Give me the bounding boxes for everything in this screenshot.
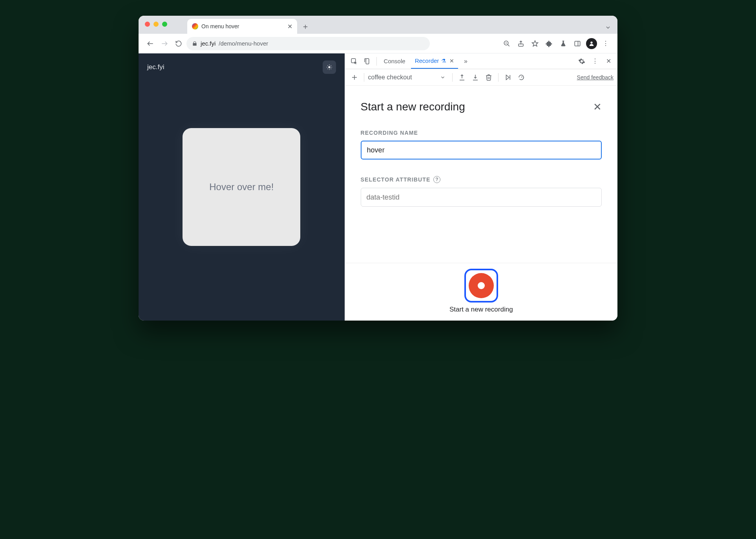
tab-close-icon[interactable]: ✕ xyxy=(287,23,292,30)
browser-window: On menu hover ✕ ＋ jec.fyi/demo/menu-hove… xyxy=(139,16,617,321)
start-recording-button[interactable] xyxy=(464,269,498,302)
url-path: /demo/menu-hover xyxy=(219,40,268,47)
select-chevron-icon[interactable] xyxy=(437,72,448,83)
selector-attribute-input[interactable] xyxy=(361,188,602,207)
forward-button[interactable] xyxy=(158,37,171,50)
reload-button[interactable] xyxy=(172,37,185,50)
record-icon xyxy=(469,273,494,298)
start-recording-label: Start a new recording xyxy=(449,306,513,314)
back-button[interactable] xyxy=(144,37,157,50)
devtools-settings-icon[interactable] xyxy=(576,55,588,67)
import-icon[interactable] xyxy=(470,72,481,83)
nav-toolbar: jec.fyi/demo/menu-hover ⋮ xyxy=(139,34,617,53)
tab-recorder[interactable]: Recorder ⚗ ✕ xyxy=(411,53,458,69)
bookmark-star-icon[interactable] xyxy=(529,37,541,50)
device-toggle-icon[interactable] xyxy=(362,55,373,67)
lock-icon xyxy=(192,41,197,46)
svg-line-3 xyxy=(508,44,509,46)
svg-point-9 xyxy=(590,41,592,43)
send-feedback-link[interactable]: Send feedback xyxy=(577,74,614,81)
recording-select[interactable]: coffee checkout xyxy=(368,72,435,82)
svg-rect-7 xyxy=(575,41,580,46)
tab-expand-button[interactable] xyxy=(605,24,611,31)
tab-strip: On menu hover ✕ ＋ xyxy=(187,16,311,34)
favicon-icon xyxy=(192,23,198,29)
labs-flask-icon[interactable] xyxy=(557,37,570,50)
delete-icon[interactable] xyxy=(483,72,494,83)
add-recording-button[interactable] xyxy=(349,72,360,83)
recorder-heading: Start a new recording xyxy=(361,101,465,113)
svg-rect-20 xyxy=(366,59,369,64)
play-step-icon[interactable] xyxy=(502,72,513,83)
recorder-panel-close-icon[interactable]: ✕ xyxy=(593,101,602,113)
sidepanel-icon[interactable] xyxy=(571,37,584,50)
devtools-close-icon[interactable]: ✕ xyxy=(603,55,614,67)
browser-tab[interactable]: On menu hover ✕ xyxy=(187,19,297,34)
devtools-menu-icon[interactable]: ⋮ xyxy=(589,55,601,67)
recording-name-label: RECORDING NAME xyxy=(361,130,602,136)
webpage-pane: jec.fyi Hover over me! xyxy=(139,53,345,321)
maximize-window-button[interactable] xyxy=(162,22,167,27)
export-icon[interactable] xyxy=(457,72,467,83)
devtools-pane: Console Recorder ⚗ ✕ » ⋮ ✕ xyxy=(345,53,617,321)
toolbar-actions: ⋮ xyxy=(500,37,612,50)
svg-marker-27 xyxy=(506,75,509,80)
hover-card-text: Hover over me! xyxy=(209,182,274,192)
more-tabs-icon[interactable]: » xyxy=(460,55,471,67)
url-host: jec.fyi xyxy=(201,40,215,47)
recorder-footer: Start a new recording xyxy=(345,263,617,321)
window-controls xyxy=(145,22,167,27)
hover-card[interactable]: Hover over me! xyxy=(183,128,300,246)
browser-menu-icon[interactable]: ⋮ xyxy=(599,37,612,50)
svg-marker-6 xyxy=(532,40,538,46)
tab-recorder-close-icon[interactable]: ✕ xyxy=(449,58,454,64)
help-icon[interactable]: ? xyxy=(433,176,440,183)
address-bar[interactable]: jec.fyi/demo/menu-hover xyxy=(186,37,430,50)
extensions-icon[interactable] xyxy=(543,37,555,50)
svg-line-29 xyxy=(521,76,522,77)
recorder-body: Start a new recording ✕ RECORDING NAME S… xyxy=(345,86,617,263)
zoom-out-icon[interactable] xyxy=(500,37,513,50)
tab-console[interactable]: Console xyxy=(380,53,409,69)
titlebar: On menu hover ✕ ＋ xyxy=(139,16,617,34)
share-icon[interactable] xyxy=(515,37,527,50)
close-window-button[interactable] xyxy=(145,22,150,27)
recorder-toolbar: coffee checkout Send feedback xyxy=(345,69,617,86)
new-tab-button[interactable]: ＋ xyxy=(299,20,311,32)
devtools-tabbar: Console Recorder ⚗ ✕ » ⋮ ✕ xyxy=(345,53,617,69)
recording-name-input[interactable] xyxy=(361,141,602,160)
content-area: jec.fyi Hover over me! xyxy=(139,53,617,321)
experimental-flask-icon: ⚗ xyxy=(441,58,446,64)
inspect-element-icon[interactable] xyxy=(348,55,360,67)
minimize-window-button[interactable] xyxy=(153,22,159,27)
replay-speed-icon[interactable] xyxy=(516,72,527,83)
profile-avatar[interactable] xyxy=(585,37,598,50)
tab-title: On menu hover xyxy=(201,23,284,29)
selector-attribute-label: SELECTOR ATTRIBUTE ? xyxy=(361,176,602,183)
